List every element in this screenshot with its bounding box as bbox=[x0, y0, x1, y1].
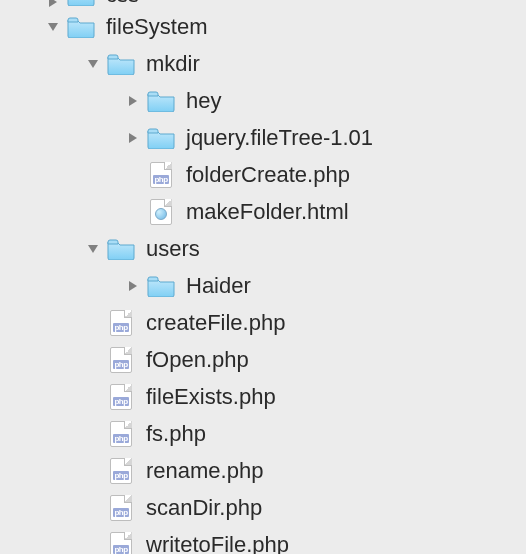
svg-marker-5 bbox=[88, 245, 98, 253]
php-file-icon: php bbox=[106, 310, 136, 336]
tree-item-filesystem[interactable]: fileSystem bbox=[0, 8, 526, 45]
php-file-icon: php bbox=[106, 495, 136, 521]
tree-item-label: createFile.php bbox=[146, 310, 285, 336]
php-file-icon: php bbox=[106, 421, 136, 447]
svg-marker-0 bbox=[49, 0, 57, 7]
chevron-down-icon[interactable] bbox=[80, 243, 106, 255]
chevron-down-icon[interactable] bbox=[40, 21, 66, 33]
php-file-icon: php bbox=[106, 458, 136, 484]
php-file-icon: php bbox=[146, 162, 176, 188]
svg-marker-1 bbox=[48, 23, 58, 31]
tree-item-fs[interactable]: php fs.php bbox=[0, 415, 526, 452]
tree-item-label: writetoFile.php bbox=[146, 532, 289, 555]
tree-item-fileexists[interactable]: php fileExists.php bbox=[0, 378, 526, 415]
tree-item-mkdir[interactable]: mkdir bbox=[0, 45, 526, 82]
tree-item-users[interactable]: users bbox=[0, 230, 526, 267]
svg-marker-3 bbox=[129, 96, 137, 106]
tree-item-label: makeFolder.html bbox=[186, 199, 349, 225]
tree-item-label: css bbox=[106, 0, 139, 8]
tree-item-label: mkdir bbox=[146, 51, 200, 77]
tree-item-haider[interactable]: Haider bbox=[0, 267, 526, 304]
tree-item-label: scanDir.php bbox=[146, 495, 262, 521]
php-file-icon: php bbox=[106, 347, 136, 373]
file-tree: css fileSystem mkdir hey bbox=[0, 0, 526, 554]
tree-item-makefolder[interactable]: makeFolder.html bbox=[0, 193, 526, 230]
tree-item-label: folderCreate.php bbox=[186, 162, 350, 188]
folder-icon bbox=[66, 0, 96, 8]
chevron-right-icon[interactable] bbox=[120, 95, 146, 107]
php-file-icon: php bbox=[106, 532, 136, 555]
tree-item-label: hey bbox=[186, 88, 221, 114]
tree-item-label: jquery.fileTree-1.01 bbox=[186, 125, 373, 151]
folder-icon bbox=[106, 51, 136, 77]
svg-marker-2 bbox=[88, 60, 98, 68]
tree-item-label: fs.php bbox=[146, 421, 206, 447]
tree-item-label: Haider bbox=[186, 273, 251, 299]
folder-icon bbox=[66, 14, 96, 40]
chevron-right-icon[interactable] bbox=[120, 280, 146, 292]
tree-item-hey[interactable]: hey bbox=[0, 82, 526, 119]
svg-marker-6 bbox=[129, 281, 137, 291]
tree-item-label: fileSystem bbox=[106, 14, 207, 40]
tree-item-rename[interactable]: php rename.php bbox=[0, 452, 526, 489]
tree-item-label: fileExists.php bbox=[146, 384, 276, 410]
tree-item-css[interactable]: css bbox=[0, 0, 526, 8]
folder-icon bbox=[146, 88, 176, 114]
tree-item-jquery-filetree[interactable]: jquery.fileTree-1.01 bbox=[0, 119, 526, 156]
tree-item-scandir[interactable]: php scanDir.php bbox=[0, 489, 526, 526]
chevron-down-icon[interactable] bbox=[80, 58, 106, 70]
php-file-icon: php bbox=[106, 384, 136, 410]
tree-item-label: rename.php bbox=[146, 458, 263, 484]
tree-item-createfile[interactable]: php createFile.php bbox=[0, 304, 526, 341]
folder-icon bbox=[146, 273, 176, 299]
tree-item-foldercreate[interactable]: php folderCreate.php bbox=[0, 156, 526, 193]
tree-item-fopen[interactable]: php fOpen.php bbox=[0, 341, 526, 378]
tree-item-writetofile[interactable]: php writetoFile.php bbox=[0, 526, 526, 554]
chevron-right-icon[interactable] bbox=[40, 0, 66, 8]
tree-item-label: fOpen.php bbox=[146, 347, 249, 373]
svg-marker-4 bbox=[129, 133, 137, 143]
folder-icon bbox=[146, 125, 176, 151]
folder-icon bbox=[106, 236, 136, 262]
html-file-icon bbox=[146, 199, 176, 225]
tree-item-label: users bbox=[146, 236, 200, 262]
chevron-right-icon[interactable] bbox=[120, 132, 146, 144]
